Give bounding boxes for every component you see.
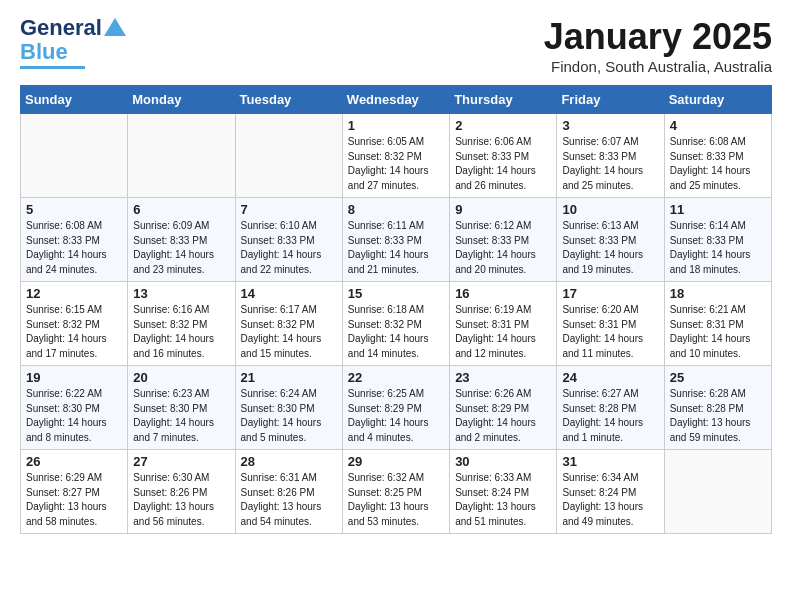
- day-info: Sunrise: 6:08 AMSunset: 8:33 PMDaylight:…: [26, 219, 122, 277]
- calendar-cell: 2Sunrise: 6:06 AMSunset: 8:33 PMDaylight…: [450, 114, 557, 198]
- day-info: Sunrise: 6:07 AMSunset: 8:33 PMDaylight:…: [562, 135, 658, 193]
- day-info: Sunrise: 6:23 AMSunset: 8:30 PMDaylight:…: [133, 387, 229, 445]
- day-info: Sunrise: 6:25 AMSunset: 8:29 PMDaylight:…: [348, 387, 444, 445]
- day-info: Sunrise: 6:19 AMSunset: 8:31 PMDaylight:…: [455, 303, 551, 361]
- logo-triangle-icon: [104, 18, 126, 36]
- calendar-cell: 14Sunrise: 6:17 AMSunset: 8:32 PMDayligh…: [235, 282, 342, 366]
- day-number: 28: [241, 454, 337, 469]
- calendar-cell: 31Sunrise: 6:34 AMSunset: 8:24 PMDayligh…: [557, 450, 664, 534]
- day-number: 16: [455, 286, 551, 301]
- day-info: Sunrise: 6:08 AMSunset: 8:33 PMDaylight:…: [670, 135, 766, 193]
- calendar-cell: 18Sunrise: 6:21 AMSunset: 8:31 PMDayligh…: [664, 282, 771, 366]
- calendar-cell: [235, 114, 342, 198]
- calendar-cell: [21, 114, 128, 198]
- calendar-cell: 29Sunrise: 6:32 AMSunset: 8:25 PMDayligh…: [342, 450, 449, 534]
- calendar-week-row: 1Sunrise: 6:05 AMSunset: 8:32 PMDaylight…: [21, 114, 772, 198]
- day-info: Sunrise: 6:05 AMSunset: 8:32 PMDaylight:…: [348, 135, 444, 193]
- day-info: Sunrise: 6:15 AMSunset: 8:32 PMDaylight:…: [26, 303, 122, 361]
- calendar-cell: [664, 450, 771, 534]
- calendar-cell: 21Sunrise: 6:24 AMSunset: 8:30 PMDayligh…: [235, 366, 342, 450]
- calendar-week-row: 26Sunrise: 6:29 AMSunset: 8:27 PMDayligh…: [21, 450, 772, 534]
- day-info: Sunrise: 6:10 AMSunset: 8:33 PMDaylight:…: [241, 219, 337, 277]
- month-title: January 2025: [544, 16, 772, 58]
- day-info: Sunrise: 6:16 AMSunset: 8:32 PMDaylight:…: [133, 303, 229, 361]
- day-info: Sunrise: 6:32 AMSunset: 8:25 PMDaylight:…: [348, 471, 444, 529]
- day-info: Sunrise: 6:21 AMSunset: 8:31 PMDaylight:…: [670, 303, 766, 361]
- calendar-cell: 16Sunrise: 6:19 AMSunset: 8:31 PMDayligh…: [450, 282, 557, 366]
- col-saturday: Saturday: [664, 86, 771, 114]
- day-number: 31: [562, 454, 658, 469]
- day-number: 1: [348, 118, 444, 133]
- day-info: Sunrise: 6:09 AMSunset: 8:33 PMDaylight:…: [133, 219, 229, 277]
- day-info: Sunrise: 6:31 AMSunset: 8:26 PMDaylight:…: [241, 471, 337, 529]
- day-number: 24: [562, 370, 658, 385]
- day-number: 3: [562, 118, 658, 133]
- day-number: 7: [241, 202, 337, 217]
- calendar-cell: 15Sunrise: 6:18 AMSunset: 8:32 PMDayligh…: [342, 282, 449, 366]
- subtitle: Findon, South Australia, Australia: [544, 58, 772, 75]
- calendar-cell: 12Sunrise: 6:15 AMSunset: 8:32 PMDayligh…: [21, 282, 128, 366]
- col-friday: Friday: [557, 86, 664, 114]
- day-info: Sunrise: 6:28 AMSunset: 8:28 PMDaylight:…: [670, 387, 766, 445]
- day-number: 27: [133, 454, 229, 469]
- day-number: 18: [670, 286, 766, 301]
- day-number: 29: [348, 454, 444, 469]
- calendar-cell: 17Sunrise: 6:20 AMSunset: 8:31 PMDayligh…: [557, 282, 664, 366]
- day-info: Sunrise: 6:11 AMSunset: 8:33 PMDaylight:…: [348, 219, 444, 277]
- day-number: 6: [133, 202, 229, 217]
- logo: General Blue: [20, 16, 126, 69]
- day-info: Sunrise: 6:17 AMSunset: 8:32 PMDaylight:…: [241, 303, 337, 361]
- calendar-container: General Blue January 2025 Findon, South …: [0, 0, 792, 544]
- day-number: 23: [455, 370, 551, 385]
- day-info: Sunrise: 6:20 AMSunset: 8:31 PMDaylight:…: [562, 303, 658, 361]
- day-info: Sunrise: 6:26 AMSunset: 8:29 PMDaylight:…: [455, 387, 551, 445]
- calendar-header-row: Sunday Monday Tuesday Wednesday Thursday…: [21, 86, 772, 114]
- title-block: January 2025 Findon, South Australia, Au…: [544, 16, 772, 75]
- day-number: 12: [26, 286, 122, 301]
- day-number: 21: [241, 370, 337, 385]
- day-number: 19: [26, 370, 122, 385]
- col-sunday: Sunday: [21, 86, 128, 114]
- calendar-cell: 26Sunrise: 6:29 AMSunset: 8:27 PMDayligh…: [21, 450, 128, 534]
- col-monday: Monday: [128, 86, 235, 114]
- calendar-cell: 22Sunrise: 6:25 AMSunset: 8:29 PMDayligh…: [342, 366, 449, 450]
- col-wednesday: Wednesday: [342, 86, 449, 114]
- calendar-week-row: 12Sunrise: 6:15 AMSunset: 8:32 PMDayligh…: [21, 282, 772, 366]
- day-info: Sunrise: 6:33 AMSunset: 8:24 PMDaylight:…: [455, 471, 551, 529]
- day-number: 25: [670, 370, 766, 385]
- calendar-cell: 13Sunrise: 6:16 AMSunset: 8:32 PMDayligh…: [128, 282, 235, 366]
- calendar-cell: 3Sunrise: 6:07 AMSunset: 8:33 PMDaylight…: [557, 114, 664, 198]
- day-info: Sunrise: 6:12 AMSunset: 8:33 PMDaylight:…: [455, 219, 551, 277]
- calendar-cell: 4Sunrise: 6:08 AMSunset: 8:33 PMDaylight…: [664, 114, 771, 198]
- calendar-cell: [128, 114, 235, 198]
- day-number: 30: [455, 454, 551, 469]
- day-info: Sunrise: 6:22 AMSunset: 8:30 PMDaylight:…: [26, 387, 122, 445]
- day-info: Sunrise: 6:06 AMSunset: 8:33 PMDaylight:…: [455, 135, 551, 193]
- calendar-week-row: 5Sunrise: 6:08 AMSunset: 8:33 PMDaylight…: [21, 198, 772, 282]
- day-number: 13: [133, 286, 229, 301]
- day-info: Sunrise: 6:18 AMSunset: 8:32 PMDaylight:…: [348, 303, 444, 361]
- calendar-week-row: 19Sunrise: 6:22 AMSunset: 8:30 PMDayligh…: [21, 366, 772, 450]
- day-info: Sunrise: 6:34 AMSunset: 8:24 PMDaylight:…: [562, 471, 658, 529]
- day-number: 9: [455, 202, 551, 217]
- col-thursday: Thursday: [450, 86, 557, 114]
- day-number: 17: [562, 286, 658, 301]
- day-number: 15: [348, 286, 444, 301]
- logo-underline: [20, 66, 85, 69]
- calendar-cell: 19Sunrise: 6:22 AMSunset: 8:30 PMDayligh…: [21, 366, 128, 450]
- calendar-cell: 6Sunrise: 6:09 AMSunset: 8:33 PMDaylight…: [128, 198, 235, 282]
- day-info: Sunrise: 6:24 AMSunset: 8:30 PMDaylight:…: [241, 387, 337, 445]
- day-info: Sunrise: 6:13 AMSunset: 8:33 PMDaylight:…: [562, 219, 658, 277]
- day-number: 2: [455, 118, 551, 133]
- logo-blue-text: Blue: [20, 40, 68, 64]
- calendar-cell: 23Sunrise: 6:26 AMSunset: 8:29 PMDayligh…: [450, 366, 557, 450]
- calendar-cell: 7Sunrise: 6:10 AMSunset: 8:33 PMDaylight…: [235, 198, 342, 282]
- day-number: 26: [26, 454, 122, 469]
- svg-marker-0: [104, 18, 126, 36]
- day-number: 5: [26, 202, 122, 217]
- logo-text: General: [20, 16, 102, 40]
- calendar-cell: 25Sunrise: 6:28 AMSunset: 8:28 PMDayligh…: [664, 366, 771, 450]
- calendar-cell: 30Sunrise: 6:33 AMSunset: 8:24 PMDayligh…: [450, 450, 557, 534]
- day-number: 4: [670, 118, 766, 133]
- header: General Blue January 2025 Findon, South …: [20, 16, 772, 75]
